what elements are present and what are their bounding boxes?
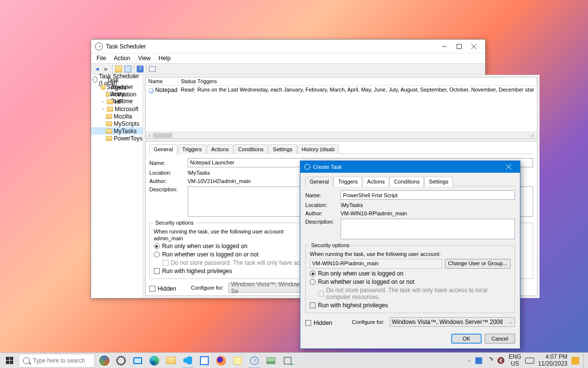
nav-forward-icon[interactable]: ►: [102, 65, 111, 73]
file-explorer-icon[interactable]: [163, 353, 179, 368]
tab-settings[interactable]: Settings: [424, 177, 453, 186]
dlg-description-field[interactable]: [341, 219, 515, 239]
configure-for-select[interactable]: Windows Vista™, Windows Se: [228, 283, 312, 293]
store-icon[interactable]: [196, 353, 212, 368]
task-scheduler-icon[interactable]: [246, 353, 262, 368]
menu-file[interactable]: File: [93, 54, 109, 62]
dialog-titlebar[interactable]: Create Task: [300, 161, 520, 173]
start-button[interactable]: [0, 353, 19, 368]
tab-conditions[interactable]: Conditions: [390, 177, 424, 186]
menubar: File Action View Help: [91, 53, 485, 63]
toolbar: ◄ ► ?: [91, 63, 485, 75]
photos-icon[interactable]: [263, 353, 279, 368]
keyboard-icon[interactable]: [525, 358, 534, 364]
folder-icon: [106, 92, 109, 97]
search-box[interactable]: Type here to search: [19, 354, 95, 368]
task-icon: [148, 88, 154, 93]
dlg-radio-logged-or-not[interactable]: Run whether user is logged on or not: [310, 278, 511, 285]
tree-folder[interactable]: ›Microsoft: [91, 105, 143, 113]
menu-help[interactable]: Help: [155, 54, 174, 62]
close-button[interactable]: [466, 41, 481, 52]
tab-general[interactable]: General: [149, 144, 177, 154]
check-hidden[interactable]: Hidden: [149, 285, 176, 292]
dlg-author-value: VM-WIN10-RP\admin_main: [341, 210, 515, 216]
volume-icon[interactable]: 🔇: [497, 357, 505, 364]
ok-button[interactable]: OK: [451, 334, 482, 344]
scrollbar-thumb[interactable]: [153, 133, 172, 138]
dlg-user-account: VM-WIN10-RP\admin_main: [310, 259, 442, 269]
vscode-icon[interactable]: [180, 353, 196, 368]
radio-icon: [154, 243, 160, 249]
tree-folder-selected[interactable]: MyTasks: [91, 127, 143, 135]
task-view-icon[interactable]: [130, 353, 146, 368]
horizontal-scrollbar[interactable]: [146, 132, 537, 138]
dlg-check-hidden[interactable]: Hidden: [305, 320, 332, 326]
task-manager-icon[interactable]: [280, 353, 295, 368]
dlg-name-field[interactable]: [341, 190, 515, 200]
tree-folder[interactable]: PowerToys: [91, 135, 143, 142]
radio-icon: [154, 252, 160, 257]
tree-folder[interactable]: Mozilla: [91, 113, 143, 120]
expand-icon[interactable]: ›: [101, 99, 105, 104]
cancel-button[interactable]: Cancel: [485, 334, 515, 344]
tab-actions[interactable]: Actions: [363, 177, 389, 186]
cortana-icon[interactable]: [97, 353, 112, 368]
checkbox-icon: [305, 320, 311, 326]
task-row[interactable]: Notepad La... Ready Runs on the Last Wed…: [146, 86, 537, 94]
notifications-icon[interactable]: [571, 357, 579, 365]
change-user-button[interactable]: Change User or Group...: [445, 259, 511, 269]
maximize-button[interactable]: [452, 41, 466, 52]
settings-icon[interactable]: [113, 353, 129, 368]
dialog-close-button[interactable]: [501, 161, 516, 173]
toolbar-icon-3[interactable]: [148, 65, 157, 73]
menu-view[interactable]: View: [135, 54, 154, 62]
tab-general[interactable]: General: [305, 177, 333, 186]
tree-pane[interactable]: Task Scheduler (Local) ﹀Task Scheduler L…: [91, 75, 143, 298]
collapse-icon[interactable]: ﹀: [95, 84, 99, 90]
expand-icon[interactable]: ›: [101, 107, 105, 112]
dialog-tabs: General Triggers Actions Conditions Sett…: [305, 177, 515, 186]
menu-action[interactable]: Action: [110, 54, 133, 62]
search-placeholder: Type here to search: [33, 357, 85, 364]
help-icon[interactable]: ?: [136, 65, 145, 73]
show-desktop[interactable]: [583, 353, 586, 368]
windows-logo-icon: [6, 357, 13, 364]
tree-folder[interactable]: Agent Activation Runtime: [91, 91, 143, 98]
tab-history[interactable]: History (disab: [297, 144, 339, 154]
firefox-icon[interactable]: [213, 353, 229, 368]
tray-app-icon[interactable]: [475, 357, 482, 364]
tab-triggers[interactable]: Triggers: [178, 144, 206, 154]
location-label: Location:: [149, 170, 185, 176]
toolbar-icon-2[interactable]: [123, 65, 132, 73]
clock[interactable]: 4:07 PM 11/20/2023: [538, 354, 567, 368]
task-triggers-cell: Runs on the Last Wednesday, each January…: [195, 86, 537, 94]
task-status-cell: Ready: [178, 86, 195, 94]
col-triggers[interactable]: Triggers: [195, 77, 537, 85]
language-indicator[interactable]: ENG US: [509, 354, 521, 367]
edge-icon[interactable]: [147, 353, 162, 368]
tab-settings[interactable]: Settings: [269, 144, 297, 154]
description-label: Description:: [149, 186, 185, 192]
col-status[interactable]: Status: [178, 77, 195, 85]
clock-icon: [93, 76, 98, 83]
toolbar-icon-1[interactable]: [114, 65, 123, 73]
task-list[interactable]: Name Status Triggers Notepad La... Ready…: [145, 77, 538, 139]
dlg-configure-select[interactable]: Windows Vista™, Windows Server™ 2008⌄: [390, 317, 515, 327]
app-clock-icon: [95, 43, 103, 50]
col-name[interactable]: Name: [146, 77, 178, 85]
tab-conditions[interactable]: Conditions: [234, 144, 268, 154]
checkbox-icon: [310, 302, 316, 308]
dlg-radio-logged-on[interactable]: Run only when user is logged on: [310, 270, 511, 277]
nav-back-icon[interactable]: ◄: [93, 65, 101, 73]
tray-overflow-icon[interactable]: ︿: [467, 357, 471, 364]
tab-actions[interactable]: Actions: [207, 144, 233, 154]
sticky-notes-icon[interactable]: [230, 353, 245, 368]
minimize-button[interactable]: [437, 41, 452, 52]
tree-folder[interactable]: MyScripts: [91, 120, 143, 127]
dlg-check-high-priv[interactable]: Run with highest privileges: [310, 302, 511, 309]
network-icon[interactable]: [486, 357, 493, 364]
dialog-title: Create Task: [313, 164, 501, 170]
detail-tabs: General Triggers Actions Conditions Sett…: [149, 144, 533, 154]
tab-triggers[interactable]: Triggers: [334, 177, 362, 186]
main-titlebar[interactable]: Task Scheduler: [91, 40, 485, 53]
